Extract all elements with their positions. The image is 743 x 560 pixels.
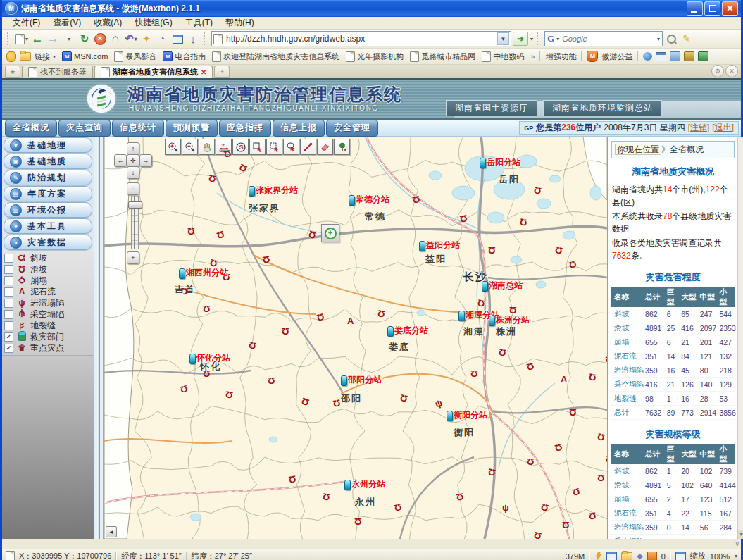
favorites-tab-button[interactable]: ★	[5, 66, 20, 78]
org-button-1[interactable]: 湖南省地质环境监测总站	[543, 100, 662, 116]
layer-checkbox-8[interactable]: ✓	[4, 344, 13, 353]
go-caret-icon[interactable]: ▾	[530, 36, 533, 42]
close-button[interactable]: ✕	[722, 1, 738, 16]
menu-item-5[interactable]: 帮助(H)	[219, 17, 261, 29]
zoom-slider-minus-button[interactable]: −	[127, 182, 139, 195]
row-name[interactable]: 岩溶塌陷	[611, 363, 644, 378]
zoom-in-tool[interactable]	[165, 139, 181, 155]
link-item-1[interactable]: MMSN.com	[62, 51, 108, 61]
row-name[interactable]: 地裂缝	[611, 392, 644, 406]
disaster-symbol[interactable]: A	[347, 316, 354, 325]
row-name[interactable]: 总计	[611, 406, 644, 420]
menu-item-0[interactable]: 文件(F)	[6, 17, 46, 29]
plugin-diamond-icon[interactable]: ◆	[637, 552, 642, 560]
nav-tab-2[interactable]: 信息统计	[112, 120, 164, 137]
disaster-symbol[interactable]: Ω	[354, 517, 361, 526]
disaster-symbol[interactable]: Ω	[456, 492, 465, 502]
logout-link[interactable]: [注销]	[688, 122, 710, 134]
boost-icon[interactable]	[594, 552, 602, 560]
row-name[interactable]: 泥石流	[611, 349, 644, 363]
row-name[interactable]: 斜坡	[611, 307, 644, 321]
legend-tool[interactable]	[334, 139, 350, 155]
engine-caret-icon[interactable]: ▾	[556, 36, 559, 42]
disaster-symbol[interactable]: Ω	[268, 376, 275, 385]
row-name[interactable]: 采空塌陷	[611, 378, 644, 392]
search-go-button[interactable]	[664, 31, 678, 46]
minimize-button[interactable]	[687, 1, 703, 16]
disaster-symbol[interactable]: Ω	[208, 173, 217, 184]
plus-features-link[interactable]: 增强功能	[545, 51, 576, 62]
disaster-symbol[interactable]: ψ	[502, 503, 509, 512]
nav-tab-4[interactable]: 应急指挥	[219, 120, 271, 137]
pan-right-button[interactable]: →	[139, 154, 152, 167]
address-input[interactable]	[225, 33, 495, 44]
tab-close-icon[interactable]: ✕	[201, 68, 206, 76]
exit-link[interactable]: [退出]	[712, 122, 734, 134]
browser-tab-0[interactable]: 找不到服务器	[22, 66, 93, 78]
layer-checkbox-2[interactable]	[4, 276, 13, 285]
zoom-slider-handle[interactable]	[128, 201, 142, 209]
select-rectangle-tool[interactable]	[249, 139, 266, 155]
link-item-4[interactable]: 欢迎登陆湖南省地质灾害信息系统	[212, 51, 339, 62]
stop-button[interactable]: ✕	[93, 31, 107, 46]
zoom-slider-plus-button[interactable]: +	[127, 251, 139, 264]
page-scrollbar[interactable]: ▼	[737, 137, 743, 539]
highlight-button[interactable]: ✎	[680, 31, 694, 46]
search-input[interactable]	[561, 34, 655, 44]
sidebar-section-6[interactable]: ◑灾害数据	[4, 235, 92, 250]
popup-window-plugin-icon[interactable]	[656, 52, 666, 61]
window-list-button[interactable]	[170, 31, 185, 46]
restore-button[interactable]	[704, 1, 720, 16]
scroll-down-icon[interactable]: ▼	[738, 530, 743, 539]
nav-tab-3[interactable]: 预测预警	[166, 120, 218, 137]
full-extent-tool[interactable]: S	[232, 139, 249, 155]
blocked-counter-icon[interactable]	[647, 552, 657, 560]
layer-checkbox-3[interactable]	[4, 287, 13, 297]
zoom-value[interactable]: 100%	[710, 552, 730, 560]
sidebar-section-2[interactable]: ✎防治规划	[4, 170, 92, 185]
disaster-symbol[interactable]: Ω	[262, 254, 271, 265]
security-shield-icon[interactable]	[6, 51, 16, 62]
paint-plugin-icon[interactable]	[684, 51, 694, 61]
disaster-symbol[interactable]: Ω	[225, 390, 234, 400]
disaster-symbol[interactable]: Ω	[288, 474, 297, 485]
nav-tab-1[interactable]: 灾点查询	[58, 120, 111, 137]
disaster-symbol[interactable]: Ω	[597, 473, 604, 483]
links-folder-icon[interactable]	[20, 52, 31, 61]
sidebar-section-3[interactable]: ▤年度方案	[4, 186, 92, 201]
layer-checkbox-6[interactable]	[4, 321, 13, 330]
popup-blocker-icon[interactable]	[606, 552, 617, 560]
messenger-plugin-icon[interactable]	[643, 52, 652, 61]
disaster-symbol[interactable]: Ω	[588, 372, 597, 382]
breadcrumb-page[interactable]: 全省概况	[670, 144, 704, 154]
pan-center-button[interactable]: ✛	[127, 154, 139, 167]
disaster-symbol[interactable]: Ω	[488, 246, 495, 255]
splitter[interactable]	[94, 137, 104, 539]
disaster-symbol[interactable]: Ω	[187, 227, 194, 236]
annotate-tool[interactable]	[300, 139, 316, 155]
more-links-chevron-icon[interactable]: »	[530, 52, 535, 61]
forward-button[interactable]: →	[46, 31, 60, 46]
row-name[interactable]: 泥石流	[611, 506, 644, 521]
collapse-chevron-icon[interactable]: ∨	[735, 540, 739, 547]
google-engine-icon[interactable]: G	[547, 33, 554, 44]
go-button[interactable]: ➜	[513, 32, 528, 46]
notes-plugin-icon[interactable]	[670, 51, 680, 61]
disaster-symbol[interactable]: Ω	[487, 467, 497, 478]
menu-item-1[interactable]: 查看(V)	[46, 17, 87, 29]
disaster-symbol[interactable]: Ω	[322, 492, 331, 502]
layer-checkbox-1[interactable]	[4, 265, 13, 274]
link-item-7[interactable]: 中地数码	[482, 51, 524, 62]
locate-button[interactable]: +	[321, 224, 339, 242]
zoom-out-tool[interactable]	[182, 139, 198, 155]
nav-tab-6[interactable]: 安全管理	[326, 120, 378, 137]
download-button[interactable]: ↓	[186, 31, 200, 46]
pan-left-button[interactable]: ←	[114, 154, 127, 167]
disaster-symbol[interactable]: Ω	[332, 398, 342, 409]
pan-up-button[interactable]: ↑	[127, 142, 139, 155]
back-button[interactable]: ←	[30, 31, 44, 46]
disaster-symbol[interactable]: Ω	[569, 408, 576, 417]
row-name[interactable]: 滑坡	[611, 478, 644, 492]
disaster-symbol[interactable]: Ω	[519, 217, 528, 228]
row-name[interactable]: 崩塌	[611, 492, 644, 506]
